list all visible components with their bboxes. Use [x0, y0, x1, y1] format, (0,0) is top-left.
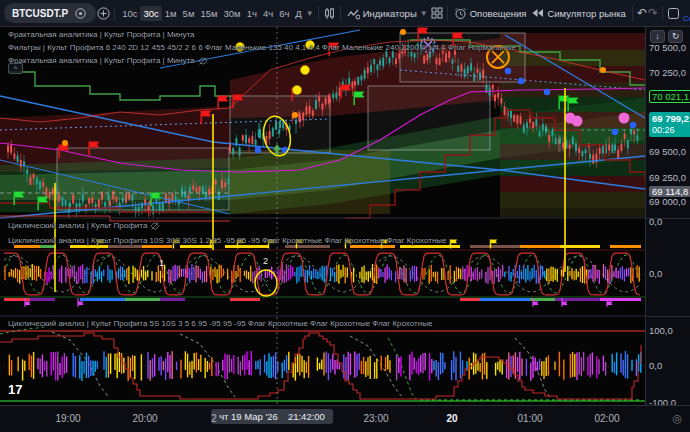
svg-text:2: 2 — [263, 256, 268, 266]
price-label: 0,0 — [649, 268, 662, 279]
time-label: 19:00 — [55, 413, 80, 424]
timezone-icon[interactable]: ◎ — [672, 412, 682, 425]
top-toolbar: BTCUSDT.P 10с30с1м5м15м30м1ч4ч6чД ▼ Инди… — [0, 0, 690, 27]
price-label: 70 250,0 — [649, 67, 686, 78]
indicators-icon — [347, 7, 360, 20]
indicators-button[interactable]: Индикаторы ▼ — [345, 6, 430, 21]
pane-separator[interactable] — [646, 316, 690, 317]
timeframe-1ч[interactable]: 1ч — [244, 6, 260, 21]
indicator-price-label: 70 021,1 — [649, 90, 690, 103]
timeframe-15м[interactable]: 15м — [197, 6, 220, 21]
symbol-button[interactable]: BTCUSDT.P — [4, 3, 96, 23]
svg-text:1: 1 — [159, 258, 164, 268]
alerts-button[interactable]: Оповещения — [452, 6, 529, 21]
time-label: 23:00 — [363, 413, 388, 424]
visibility-off-icon[interactable] — [198, 57, 208, 65]
indicator-templates-grid-icon[interactable] — [431, 5, 443, 21]
time-label: 20 — [446, 413, 457, 424]
replay-button[interactable]: Симулятор рынка — [529, 6, 628, 20]
timeframe-30с[interactable]: 30с — [140, 6, 161, 21]
last-price-label: 69 799,200:26 — [649, 112, 690, 137]
price-axis[interactable]: 70 500,070 250,069 500,069 250,069 000,0… — [645, 27, 690, 405]
add-symbol-button[interactable] — [97, 5, 110, 21]
crosshair-time-tooltip: чт 19 Мар '26 21:42:00 — [211, 409, 333, 424]
time-label: 01:00 — [517, 413, 542, 424]
price-label: 69 000,0 — [649, 196, 686, 207]
pane-separator[interactable] — [646, 218, 690, 219]
timeframe-6ч[interactable]: 6ч — [276, 6, 292, 21]
timeframe-1м[interactable]: 1м — [162, 6, 180, 21]
time-axis[interactable]: чт 19 Мар '26 21:42:00 ◎ 19:0020:00223:0… — [0, 405, 690, 432]
indicators-label: Индикаторы — [363, 8, 417, 19]
alerts-label: Оповещения — [470, 8, 527, 19]
price-label: 69 500,0 — [649, 146, 686, 157]
save-layout-button[interactable]: ☺ 1m Сохранить — [681, 3, 690, 23]
price-label: 0,0 — [649, 360, 662, 371]
indicators-chevron-icon[interactable]: ▼ — [420, 9, 428, 18]
timeframe-5м[interactable]: 5м — [180, 6, 198, 21]
legend-cycle1-title[interactable]: Циклический анализ | Культ Профита — [8, 221, 160, 230]
watermark-logo: 17 — [8, 382, 22, 397]
replay-label: Симулятор рынка — [547, 8, 626, 19]
pane-collapse-button[interactable]: ^ — [8, 63, 23, 74]
time-label: 20:00 — [132, 413, 157, 424]
bar-countdown: 00:26 — [652, 125, 675, 135]
timeframe-Д[interactable]: Д — [292, 6, 304, 21]
reset-view-button[interactable]: ↻ — [668, 30, 683, 43]
chart-type-candles-icon[interactable] — [323, 5, 336, 21]
alert-clock-icon — [454, 7, 467, 20]
legend-fractal-2[interactable]: Фрактальная аналитика | Культ Профита | … — [8, 56, 208, 65]
redo-icon[interactable]: ↷ — [648, 7, 658, 19]
undo-icon[interactable]: ↶ — [637, 7, 647, 19]
legend-cycle2-params[interactable]: Циклический анализ | Культ Профита 5S 10… — [8, 319, 432, 328]
price-label: 69 250,0 — [649, 172, 686, 183]
timeframe-4ч[interactable]: 4ч — [260, 6, 276, 21]
save-label: Сохранить — [683, 14, 690, 23]
tooltip-time: 21:42:00 — [288, 411, 325, 422]
timeframe-10с[interactable]: 10с — [119, 6, 140, 21]
crosshair-price-label: 69 114,8 — [649, 186, 690, 197]
timeframe-chevron-icon[interactable]: ▼ — [306, 9, 314, 18]
symbol-label: BTCUSDT.P — [12, 8, 68, 19]
rewind-icon — [531, 7, 544, 19]
timeframe-row: 10с30с1м5м15м30м1ч4ч6чД — [119, 6, 305, 21]
price-label: 70 500,0 — [649, 42, 686, 53]
legend-cycle1-params[interactable]: Циклический анализ | Культ Профита 10S 3… — [8, 236, 447, 245]
symbol-eye-icon[interactable] — [72, 5, 88, 21]
time-label: 2 — [211, 413, 217, 424]
legend-fractal-1[interactable]: Фрактальная аналитика | Культ Профита | … — [8, 30, 195, 39]
price-label: 100,0 — [649, 325, 673, 336]
chart-canvas[interactable]: 12 — [0, 27, 645, 405]
timeframe-30м[interactable]: 30м — [221, 6, 244, 21]
legend-filters[interactable]: Фильтры | Культ Профита 6 240 2D 12 455 … — [8, 43, 516, 52]
chart-area[interactable]: 12 Фрактальная аналитика | Культ Профита… — [0, 27, 645, 405]
time-label: 02:00 — [594, 413, 619, 424]
tooltip-date: чт 19 Мар '26 — [219, 411, 278, 422]
layout-icon[interactable] — [667, 5, 680, 21]
scroll-down-button[interactable]: ↓ — [650, 30, 665, 43]
visibility-off-icon[interactable] — [150, 222, 160, 230]
